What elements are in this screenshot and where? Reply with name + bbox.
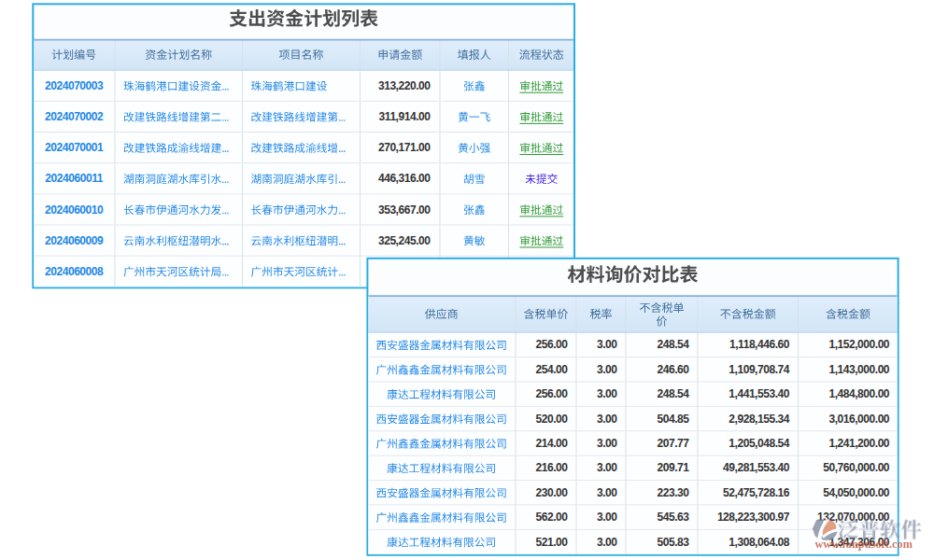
svg-text:313,220.00: 313,220.00 bbox=[378, 79, 431, 92]
svg-text:562.00: 562.00 bbox=[535, 511, 568, 524]
svg-text:3.00: 3.00 bbox=[597, 461, 617, 474]
svg-text:49,281,553.40: 49,281,553.40 bbox=[723, 461, 790, 474]
svg-text:311,914.00: 311,914.00 bbox=[379, 110, 432, 123]
svg-text:248.54: 248.54 bbox=[657, 338, 689, 351]
svg-text:54,050,000.00: 54,050,000.00 bbox=[823, 486, 890, 499]
svg-text:520.00: 520.00 bbox=[535, 413, 568, 426]
svg-text:2024070003: 2024070003 bbox=[45, 79, 104, 92]
svg-text:1,205,048.54: 1,205,048.54 bbox=[729, 437, 789, 450]
svg-text:1,118,446.60: 1,118,446.60 bbox=[729, 338, 790, 351]
svg-text:270,171.00: 270,171.00 bbox=[378, 141, 431, 154]
svg-text:www.fanpusoft.com: www.fanpusoft.com bbox=[814, 538, 913, 551]
svg-text:2,928,155.34: 2,928,155.34 bbox=[729, 413, 789, 426]
svg-text:446,316.00: 446,316.00 bbox=[378, 172, 431, 185]
svg-text:504.85: 504.85 bbox=[657, 413, 689, 426]
svg-text:223.30: 223.30 bbox=[657, 486, 689, 499]
svg-text:3.00: 3.00 bbox=[597, 338, 617, 351]
svg-text:1,308,064.08: 1,308,064.08 bbox=[729, 536, 789, 549]
svg-text:1,152,000.00: 1,152,000.00 bbox=[828, 338, 889, 351]
svg-text:2024060008: 2024060008 bbox=[45, 265, 104, 278]
svg-text:2024070002: 2024070002 bbox=[45, 110, 104, 123]
svg-text:545.63: 545.63 bbox=[657, 511, 689, 524]
svg-text:1,143,000.00: 1,143,000.00 bbox=[828, 363, 889, 376]
svg-text:3.00: 3.00 bbox=[597, 413, 617, 426]
svg-text:3.00: 3.00 bbox=[597, 387, 617, 400]
svg-text:230.00: 230.00 bbox=[535, 486, 568, 499]
svg-text:246.60: 246.60 bbox=[657, 363, 689, 376]
svg-text:256.00: 256.00 bbox=[535, 387, 568, 400]
svg-text:325,245.00: 325,245.00 bbox=[378, 234, 431, 247]
svg-text:3.00: 3.00 bbox=[597, 363, 617, 376]
svg-text:2024070001: 2024070001 bbox=[45, 141, 104, 154]
svg-text:216.00: 216.00 bbox=[535, 461, 568, 474]
svg-text:1,484,800.00: 1,484,800.00 bbox=[828, 387, 889, 400]
svg-text:1,441,553.40: 1,441,553.40 bbox=[729, 387, 789, 400]
svg-text:50,760,000.00: 50,760,000.00 bbox=[823, 461, 890, 474]
svg-text:1,241,200.00: 1,241,200.00 bbox=[828, 437, 889, 450]
svg-text:209.71: 209.71 bbox=[657, 461, 689, 474]
svg-text:3.00: 3.00 bbox=[597, 486, 617, 499]
svg-text:207.77: 207.77 bbox=[657, 437, 689, 450]
svg-text:256.00: 256.00 bbox=[535, 338, 568, 351]
svg-text:248.54: 248.54 bbox=[657, 387, 689, 400]
svg-text:3,016,000.00: 3,016,000.00 bbox=[828, 413, 889, 426]
svg-text:2024060010: 2024060010 bbox=[45, 203, 104, 217]
svg-text:505.83: 505.83 bbox=[657, 536, 689, 549]
svg-text:3.00: 3.00 bbox=[597, 437, 617, 450]
svg-text:3.00: 3.00 bbox=[597, 511, 617, 524]
svg-text:128,223,300.97: 128,223,300.97 bbox=[717, 511, 790, 524]
svg-text:214.00: 214.00 bbox=[535, 437, 568, 450]
svg-text:2024060011: 2024060011 bbox=[45, 172, 103, 185]
svg-text:1,109,708.74: 1,109,708.74 bbox=[729, 363, 789, 376]
svg-text:3.00: 3.00 bbox=[597, 536, 617, 549]
svg-text:52,475,728.16: 52,475,728.16 bbox=[723, 486, 790, 499]
svg-text:521.00: 521.00 bbox=[535, 536, 568, 549]
svg-text:254.00: 254.00 bbox=[535, 363, 568, 376]
svg-text:353,667.00: 353,667.00 bbox=[378, 203, 431, 217]
svg-text:2024060009: 2024060009 bbox=[45, 234, 104, 247]
